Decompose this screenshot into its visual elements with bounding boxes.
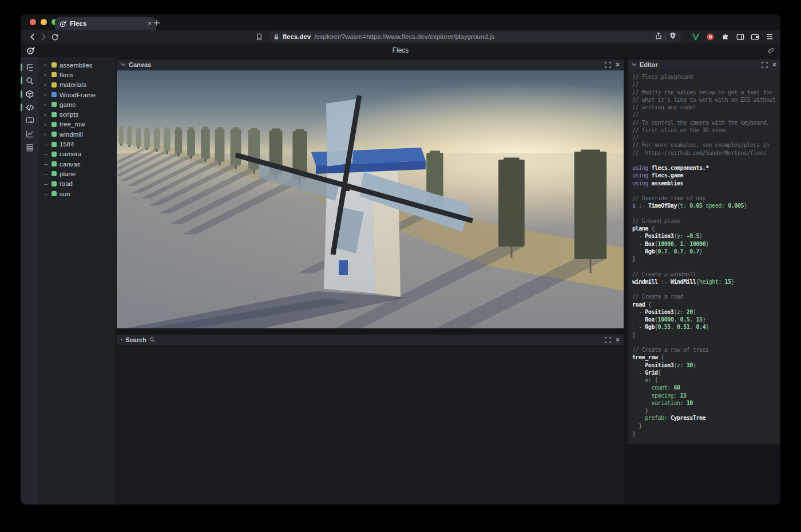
tree-item-camera[interactable]: –camera <box>39 149 116 159</box>
vimium-extension-button[interactable] <box>691 32 700 42</box>
wallet-button[interactable] <box>750 32 760 42</box>
share-link-button[interactable] <box>767 46 775 57</box>
entity-color-swatch <box>51 122 57 127</box>
sidebar-item-statistics[interactable] <box>21 129 39 139</box>
entity-color-swatch <box>51 92 57 97</box>
code-icon <box>26 104 34 111</box>
code-line: - Box{10000, 1, 10000} <box>632 240 780 248</box>
lock-icon <box>273 34 279 40</box>
new-tab-button[interactable] <box>153 18 160 29</box>
share-button[interactable] <box>655 31 662 42</box>
address-bar[interactable]: flecs.dev/explorer/?wasm=https://www.fle… <box>268 31 681 42</box>
sidebar-item-entity-tree[interactable] <box>21 62 39 72</box>
tree-item-sun[interactable]: –sun <box>39 189 116 198</box>
expand-chevron-icon[interactable]: › <box>44 72 49 78</box>
collapsed-bullet-icon: • <box>121 337 122 343</box>
expand-chevron-icon[interactable]: › <box>44 101 49 108</box>
flecs-logo-icon <box>26 46 35 57</box>
code-line: windmill :- WindMill{height: 15} <box>632 278 780 285</box>
tree-item-scripts[interactable]: ›scripts <box>39 109 116 119</box>
code-line: // <box>632 81 780 88</box>
extension-buttons <box>691 32 775 42</box>
url-domain: flecs.dev <box>283 33 311 40</box>
code-line: x: { <box>632 376 780 384</box>
tree-item-road[interactable]: –road <box>39 179 116 189</box>
canvas-3d-view[interactable] <box>117 70 624 328</box>
tab-close-icon[interactable]: × <box>148 20 152 27</box>
close-window-button[interactable] <box>30 19 36 25</box>
tree-item-1584[interactable]: –1584 <box>39 139 116 149</box>
forward-button[interactable] <box>38 31 49 42</box>
tree-item-label: canvas <box>60 161 80 168</box>
side-panel-button[interactable] <box>735 32 745 42</box>
expand-chevron-icon[interactable]: › <box>44 82 49 88</box>
tree-item-label: flecs <box>60 72 73 78</box>
expand-chevron-icon[interactable]: › <box>44 131 49 137</box>
tree-item-WoodFrame[interactable]: ›WoodFrame <box>39 90 116 100</box>
sidebar-item-code[interactable] <box>21 102 39 112</box>
fullscreen-icon[interactable] <box>762 62 768 68</box>
close-icon[interactable]: × <box>616 336 620 343</box>
record-icon <box>706 33 715 41</box>
code-line: - Rgb{0.55, 0.51, 0.4} <box>632 323 780 331</box>
sidebar-item-search[interactable] <box>21 76 39 85</box>
editor-panel-header[interactable]: Editor × <box>628 59 780 70</box>
share-icon <box>655 32 662 39</box>
code-editor[interactable]: // Flecs playground//// Modify the value… <box>628 70 780 444</box>
expand-chevron-icon[interactable]: › <box>44 62 49 68</box>
tree-item-plane[interactable]: –plane <box>39 169 116 178</box>
entity-tree-icon <box>26 63 34 72</box>
divider <box>665 34 666 40</box>
fullscreen-icon[interactable] <box>605 62 611 68</box>
tree-item-tree_row[interactable]: ›tree_row <box>39 120 116 129</box>
expand-chevron-icon[interactable]: › <box>44 112 49 118</box>
code-line: - Position3{y: -0.5} <box>632 232 780 240</box>
tree-item-game[interactable]: ›game <box>39 100 116 109</box>
code-line: - Rgb{0.7, 0.7, 0.7} <box>632 248 780 255</box>
browser-tab-flecs[interactable]: Flecs × <box>55 17 156 30</box>
menu-button[interactable] <box>765 32 775 42</box>
tree-item-canvas[interactable]: –canvas <box>39 159 116 169</box>
search-panel-body[interactable] <box>117 346 624 504</box>
sidebar-item-logs[interactable] <box>21 142 39 152</box>
canvas-panel-header[interactable]: Canvas × <box>117 59 624 70</box>
magnifier-icon <box>149 337 155 343</box>
hamburger-icon <box>766 33 774 40</box>
extensions-button[interactable] <box>720 32 730 42</box>
tree-item-label: plane <box>60 170 76 177</box>
code-line <box>632 157 780 164</box>
tree-item-label: game <box>60 101 76 108</box>
code-text: // Flecs playground//// Modify the value… <box>632 73 780 437</box>
close-icon[interactable]: × <box>616 61 620 68</box>
recorder-extension-button[interactable] <box>705 32 715 42</box>
code-line: // <box>632 111 780 118</box>
puzzle-icon <box>721 33 729 41</box>
sidebar-item-inspector[interactable] <box>21 116 39 126</box>
url-path: /explorer/?wasm=https://www.flecs.dev/ex… <box>314 33 652 40</box>
fullscreen-icon[interactable] <box>605 337 611 343</box>
code-line: using flecs.components.* <box>632 164 780 172</box>
back-button[interactable] <box>26 31 38 42</box>
bookmarks-button[interactable] <box>253 31 265 42</box>
reload-button[interactable] <box>49 31 61 42</box>
tree-item-materials[interactable]: ›materials <box>39 80 116 90</box>
expand-chevron-icon[interactable]: › <box>44 121 49 128</box>
tree-item-assemblies[interactable]: ›assemblies <box>39 60 116 70</box>
code-line: // Create a road <box>632 293 780 300</box>
sidebar-item-scene[interactable] <box>21 89 39 99</box>
leaf-dash-icon: – <box>44 170 49 177</box>
canvas-panel: Canvas × <box>117 59 624 328</box>
tree-item-label: road <box>60 180 73 187</box>
tree-item-label: camera <box>60 150 81 157</box>
brave-shield-button[interactable] <box>669 31 676 42</box>
close-icon[interactable]: × <box>772 61 776 68</box>
expand-chevron-icon[interactable]: › <box>44 92 49 98</box>
windmill-door <box>339 260 348 275</box>
search-panel-title: Search <box>125 336 146 343</box>
tree-item-windmill[interactable]: ›windmill <box>39 129 116 139</box>
code-line: } <box>632 430 780 437</box>
tree-item-flecs[interactable]: ›flecs <box>39 70 116 80</box>
entity-color-swatch <box>51 161 57 166</box>
minimize-window-button[interactable] <box>41 19 47 25</box>
search-panel-header[interactable]: • Search × <box>117 335 624 346</box>
